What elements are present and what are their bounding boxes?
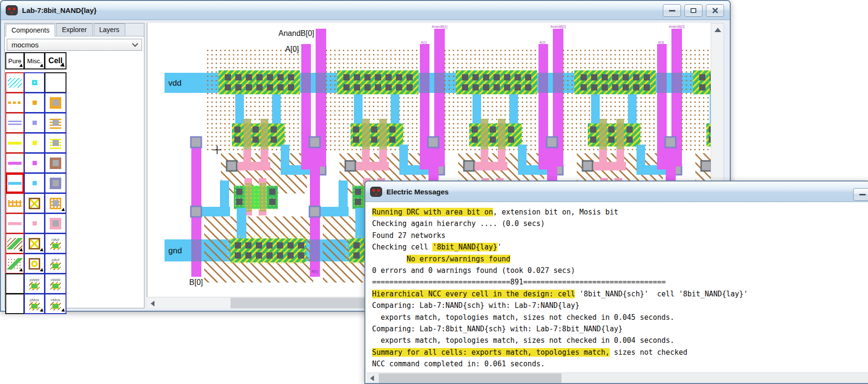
technology-dropdown[interactable]: mocmos [7,39,142,51]
minimize-button[interactable] [663,4,681,17]
palette-cell-misc-7[interactable] [24,193,45,214]
a2-label[interactable]: A[2] [539,41,546,45]
message-text [372,255,407,263]
palette-cell-pure-10[interactable] [5,253,24,274]
message-text: NCC command completed in: 0.061 seconds. [372,360,545,368]
palette-cell-misc-3[interactable] [24,113,45,133]
palette-cell-misc-10[interactable] [24,253,45,274]
sq-icon [33,221,37,226]
a3-label[interactable]: A[3] [658,41,664,45]
a1-label[interactable]: A[1] [421,41,427,45]
message-line: 0 errors and 0 warnings found (took 0.02… [372,265,868,276]
minimize-icon [859,194,866,195]
palette-cell-pure-4[interactable] [5,133,24,153]
palette-cell-pure-3[interactable] [5,113,24,133]
palette-cell-cell-7[interactable] [44,193,66,214]
palette-cell-cell-9[interactable]: nAct [44,233,66,254]
b0-label[interactable]: B[0] [189,278,203,286]
palette-cell-cell-3[interactable] [44,113,66,133]
palette-header-cell[interactable]: Cell [44,52,66,69]
message-line: Running DRC with area bit on, extension … [372,206,868,218]
technology-value: mocmos [11,41,39,49]
vdd-label[interactable]: vdd [168,79,181,88]
gnd-label[interactable]: gnd [168,246,182,255]
palette-cell-misc-8[interactable] [24,213,45,234]
messages-horizontal-scrollbar[interactable] [366,373,868,383]
palette-cell-pure-11 [5,273,24,294]
palette-mini-graphic [50,242,61,250]
palette-cell-cell-5[interactable] [44,153,66,173]
message-line: exports match, topologies match, sizes n… [372,335,868,346]
palette-cell-misc-5[interactable] [24,153,45,173]
palette-cell-misc-11[interactable]: pWell [24,273,45,294]
palette-cell-pure-5[interactable] [5,153,24,173]
palette-cell-pure-2[interactable] [5,92,24,113]
scroll-up-icon[interactable] [714,28,721,32]
message-text: 0 errors and 0 warnings found (took 0.02… [372,266,575,275]
palette-cell-pure-8[interactable] [5,213,24,234]
palette-cell-misc-12[interactable]: pMos [24,294,45,314]
palette-cell-misc-4[interactable] [24,133,45,153]
close-button[interactable] [706,4,724,17]
b1-label[interactable]: B[1] [312,270,318,273]
padstripe-icon [50,117,61,129]
palette-header-pure[interactable]: Pure [5,52,24,69]
horizontal-scroll-thumb[interactable] [379,373,561,383]
highlighted-text: Summary for all cells: exports match, to… [372,348,610,357]
minimize-icon [669,10,675,11]
panel-tabs: Components Explorer Layers [5,23,144,36]
a0-label[interactable]: A[0] [286,45,299,53]
diagdots-icon [7,258,22,270]
boxo-icon [29,258,40,270]
palette-mini-label: nMos [51,298,60,302]
anandb1-label[interactable]: AnandB[1] [432,25,448,29]
line-icon [8,142,22,145]
scroll-left-icon[interactable] [370,375,374,381]
palette-cell-cell-2[interactable] [44,92,66,113]
palette-cell-cell-11[interactable]: nWell [44,273,66,294]
boxx-icon [29,238,40,249]
palette-cell-cell-10[interactable]: pAct [44,253,66,274]
line-icon [8,182,22,185]
nand-cell-instance[interactable] [191,29,326,282]
submenu-arrow-icon [40,308,44,313]
palette-mini-graphic [29,302,40,310]
palette-cell-misc-9[interactable] [24,233,45,254]
messages-console[interactable]: Running DRC with area bit on, extension … [366,203,868,373]
palette-cell-cell-12[interactable]: nMos [44,294,66,314]
maximize-icon [691,8,696,13]
dash-icon [8,102,22,104]
palette-cell-pure-7[interactable] [5,193,24,214]
message-line: Hierarchical NCC every cell in the desig… [372,288,868,300]
palette-cell-pure-1[interactable] [5,72,24,93]
messages-titlebar[interactable]: Electric Messages [365,181,868,202]
palette-cell-cell-4[interactable] [44,133,66,153]
messages-minimize-button[interactable] [853,188,868,201]
tab-explorer[interactable]: Explorer [56,23,92,36]
anandb0-label[interactable]: AnandB[0] [278,29,314,37]
blockspad-icon [50,198,61,209]
anandb3-label[interactable]: AnandB[3] [669,25,685,29]
main-titlebar[interactable]: Lab-7:8bit_NAND{lay} [1,1,730,20]
scroll-left-icon[interactable] [151,301,154,306]
palette-cell-misc-2[interactable] [24,92,45,113]
palette-mini-graphic [29,282,40,290]
palette-header-misc[interactable]: Misc. [24,52,45,69]
palette-mini-label: pMos [30,298,39,302]
boxx-icon [29,198,40,209]
message-text: exports match, topologies match, sizes n… [372,313,674,322]
pad-icon [50,97,61,109]
tab-components[interactable]: Components [6,24,55,36]
maximize-button[interactable] [684,4,703,17]
palette-cell-cell-6[interactable] [44,173,66,193]
tab-layers[interactable]: Layers [94,23,125,36]
palette-cell-misc-6[interactable] [24,173,45,193]
pmos-mini-icon: pMos [29,298,40,310]
palette-cell-cell-8[interactable] [44,213,66,234]
message-text: Found 27 networks [372,231,446,240]
palette-cell-pure-6[interactable] [5,173,24,193]
anandb2-label[interactable]: AnandB[2] [550,25,566,29]
highlighted-text: '8bit_NAND{lay} [432,243,497,251]
palette-cell-misc-1[interactable] [24,72,45,93]
palette-cell-pure-9[interactable] [5,233,24,254]
